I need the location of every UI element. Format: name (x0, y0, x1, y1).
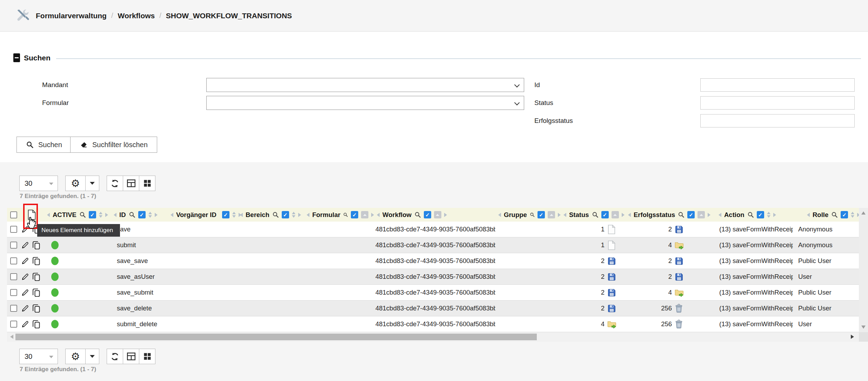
move-column-right-icon[interactable] (444, 213, 447, 217)
move-column-right-icon[interactable] (298, 213, 301, 217)
column-filter-checkbox[interactable]: ✓ (351, 211, 358, 218)
copy-icon[interactable] (32, 288, 40, 297)
table-view-button[interactable] (123, 349, 139, 364)
collapse-icon[interactable] (13, 53, 20, 62)
copy-icon[interactable] (32, 241, 40, 250)
move-column-right-icon[interactable] (155, 213, 158, 217)
column-filter-checkbox[interactable]: ✓ (757, 211, 764, 218)
settings-button[interactable]: ⚙ (65, 349, 86, 364)
move-column-right-icon[interactable] (371, 213, 374, 217)
move-column-left-icon[interactable] (563, 213, 566, 217)
sort-icon[interactable] (148, 212, 152, 218)
table-view-button[interactable] (123, 176, 139, 191)
copy-icon[interactable] (32, 304, 40, 313)
scroll-down-icon[interactable] (861, 326, 866, 329)
row-checkbox[interactable] (10, 305, 17, 312)
edit-icon[interactable] (21, 289, 29, 297)
sort-icon[interactable] (851, 212, 854, 218)
id-input[interactable] (700, 78, 855, 92)
breadcrumb-section[interactable]: Workflows (118, 12, 155, 20)
move-column-left-icon[interactable] (240, 213, 243, 217)
row-checkbox[interactable] (10, 242, 17, 249)
column-filter-checkbox[interactable]: ✓ (138, 211, 146, 218)
sort-button[interactable] (612, 211, 619, 218)
row-checkbox[interactable] (10, 226, 17, 233)
settings-button[interactable]: ⚙ (65, 176, 86, 191)
edit-icon[interactable] (21, 241, 29, 249)
sort-button[interactable] (361, 211, 368, 218)
move-column-right-icon[interactable] (622, 213, 625, 217)
sort-button[interactable] (434, 211, 441, 218)
breadcrumb-app[interactable]: Formularverwaltung (36, 12, 107, 20)
vertical-scrollbar[interactable] (859, 208, 868, 332)
search-icon[interactable] (79, 211, 86, 218)
refresh-button[interactable] (107, 349, 123, 364)
sort-icon[interactable] (99, 212, 102, 218)
search-icon[interactable] (747, 211, 754, 218)
mandant-select[interactable] (206, 78, 524, 92)
edit-icon[interactable] (21, 257, 29, 265)
copy-icon[interactable] (32, 257, 40, 265)
move-column-left-icon[interactable] (807, 213, 810, 217)
move-column-left-icon[interactable] (171, 213, 173, 217)
copy-icon[interactable] (32, 272, 40, 281)
column-filter-checkbox[interactable]: ✓ (538, 211, 545, 218)
column-filter-checkbox[interactable]: ✓ (282, 211, 289, 218)
row-checkbox[interactable] (10, 321, 17, 328)
row-checkbox[interactable] (10, 273, 17, 280)
select-all-checkbox[interactable] (10, 211, 17, 218)
search-icon[interactable] (831, 211, 838, 218)
row-checkbox[interactable] (10, 257, 17, 264)
move-column-left-icon[interactable] (628, 213, 631, 217)
scroll-right-icon[interactable] (851, 335, 854, 339)
move-column-right-icon[interactable] (558, 213, 561, 217)
grid-view-button[interactable] (139, 349, 155, 364)
move-column-left-icon[interactable] (114, 213, 116, 217)
grid-view-button[interactable] (139, 176, 155, 191)
scroll-up-icon[interactable] (861, 211, 866, 215)
sort-icon[interactable] (292, 212, 295, 218)
column-filter-checkbox[interactable]: ✓ (89, 211, 96, 218)
page-size-select[interactable]: 30 (19, 176, 58, 191)
column-filter-checkbox[interactable]: ✓ (601, 211, 609, 218)
column-filter-checkbox[interactable]: ✓ (222, 211, 229, 218)
search-icon[interactable] (129, 211, 135, 218)
search-icon[interactable] (678, 211, 685, 218)
search-icon[interactable] (343, 211, 348, 218)
horizontal-scrollbar[interactable] (7, 332, 859, 342)
move-column-left-icon[interactable] (307, 213, 309, 217)
sort-icon[interactable] (767, 212, 770, 218)
edit-icon[interactable] (21, 273, 29, 281)
move-column-left-icon[interactable] (377, 213, 380, 217)
move-column-left-icon[interactable] (498, 213, 501, 217)
sort-button[interactable] (548, 211, 555, 218)
scroll-left-icon[interactable] (10, 335, 13, 339)
settings-dropdown-button[interactable] (85, 176, 99, 191)
search-icon[interactable] (530, 211, 535, 218)
search-icon[interactable] (592, 211, 599, 218)
search-button[interactable]: Suchen (16, 137, 72, 153)
sort-button[interactable] (697, 211, 705, 218)
row-checkbox[interactable] (10, 289, 17, 296)
status-input[interactable] (700, 96, 855, 110)
move-column-right-icon[interactable] (708, 213, 710, 217)
formular-select[interactable] (206, 96, 524, 110)
clear-search-filter-button[interactable]: Suchfilter löschen (70, 137, 157, 153)
column-filter-checkbox[interactable]: ✓ (424, 211, 431, 218)
edit-icon[interactable] (21, 304, 29, 313)
sort-icon[interactable] (232, 212, 236, 218)
refresh-button[interactable] (107, 176, 123, 191)
copy-icon[interactable] (32, 320, 40, 329)
column-filter-checkbox[interactable]: ✓ (687, 211, 695, 218)
settings-dropdown-button[interactable] (85, 349, 99, 364)
erfolgsstatus-input[interactable] (700, 114, 855, 127)
edit-icon[interactable] (21, 320, 29, 328)
move-column-left-icon[interactable] (47, 213, 50, 217)
move-column-right-icon[interactable] (773, 213, 776, 217)
search-icon[interactable] (272, 211, 279, 218)
column-filter-checkbox[interactable]: ✓ (841, 211, 848, 218)
search-icon[interactable] (414, 211, 421, 218)
page-size-select[interactable]: 30 (19, 349, 58, 364)
move-column-left-icon[interactable] (719, 213, 721, 217)
move-column-right-icon[interactable] (105, 213, 108, 217)
